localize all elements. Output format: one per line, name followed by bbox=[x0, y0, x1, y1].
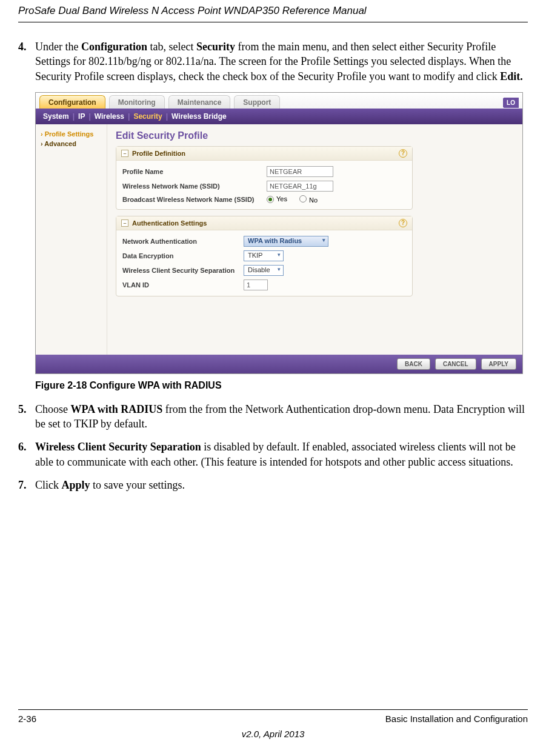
step-4-number: 4. bbox=[18, 39, 35, 84]
page-number: 2-36 bbox=[18, 714, 36, 724]
text-bold: Apply bbox=[62, 479, 90, 491]
figure-caption: Figure 2-18 Configure WPA with RADIUS bbox=[35, 380, 528, 391]
row-client-security-separation: Wireless Client Security Separation Disa… bbox=[122, 263, 406, 278]
radio-no-icon bbox=[299, 195, 307, 202]
row-data-encryption: Data Encryption TKIP bbox=[122, 249, 406, 263]
page-footer: 2-36 Basic Installation and Configuratio… bbox=[18, 709, 528, 739]
input-profile-name[interactable] bbox=[267, 166, 333, 177]
nav-sep: | bbox=[166, 112, 168, 121]
row-ssid: Wireless Network Name (SSID) bbox=[122, 179, 406, 193]
select-client-security-separation[interactable]: Disable bbox=[244, 265, 284, 276]
label-vlan-id: VLAN ID bbox=[122, 281, 244, 289]
figure-2-18: Configuration Monitoring Maintenance Sup… bbox=[35, 92, 528, 391]
collapse-icon[interactable]: – bbox=[121, 219, 128, 227]
radio-yes-wrap[interactable]: Yes bbox=[267, 195, 287, 203]
label-network-authentication: Network Authentication bbox=[122, 238, 244, 245]
box-title: Profile Definition bbox=[132, 150, 185, 157]
authentication-settings-box: – Authentication Settings ? Network Auth… bbox=[116, 216, 413, 296]
left-sidebar: › Profile Settings › Advanced bbox=[36, 124, 107, 355]
nav-wireless-bridge[interactable]: Wireless Bridge bbox=[171, 112, 227, 121]
back-button[interactable]: BACK bbox=[397, 358, 430, 370]
step-4: 4. Under the Configuration tab, select S… bbox=[18, 39, 528, 84]
input-ssid[interactable] bbox=[267, 181, 333, 192]
radio-yes-label: Yes bbox=[276, 195, 287, 202]
nav-sep: | bbox=[128, 112, 130, 121]
text: to save your settings. bbox=[90, 479, 185, 491]
text-bold: WPA with RADIUS bbox=[71, 403, 163, 415]
sub-nav: System | IP | Wireless | Security | Wire… bbox=[36, 109, 522, 124]
step-7: 7. Click Apply to save your settings. bbox=[18, 478, 528, 492]
step-7-body: Click Apply to save your settings. bbox=[35, 478, 528, 492]
sidebar-item-profile-settings[interactable]: › Profile Settings bbox=[39, 129, 103, 139]
profile-definition-box: – Profile Definition ? Profile Name Wire… bbox=[116, 146, 413, 210]
box-title: Authentication Settings bbox=[132, 219, 207, 227]
screenshot-edit-security-profile: Configuration Monitoring Maintenance Sup… bbox=[35, 92, 523, 374]
text-bold: Wireless Client Security Separation bbox=[35, 441, 201, 453]
label-data-encryption: Data Encryption bbox=[122, 252, 244, 259]
collapse-icon[interactable]: – bbox=[121, 150, 128, 157]
nav-security[interactable]: Security bbox=[133, 112, 162, 121]
row-profile-name: Profile Name bbox=[122, 164, 406, 179]
cancel-button[interactable]: CANCEL bbox=[435, 358, 476, 370]
row-vlan-id: VLAN ID bbox=[122, 278, 406, 292]
step-4-body: Under the Configuration tab, select Secu… bbox=[35, 39, 528, 84]
profile-definition-header: – Profile Definition ? bbox=[116, 147, 412, 161]
tab-configuration[interactable]: Configuration bbox=[39, 95, 105, 109]
step-7-number: 7. bbox=[18, 478, 35, 492]
tab-monitoring[interactable]: Monitoring bbox=[109, 95, 165, 109]
text: Under the bbox=[35, 41, 81, 53]
step-6-body: Wireless Client Security Separation is d… bbox=[35, 440, 528, 469]
row-broadcast-ssid: Broadcast Wireless Network Name (SSID) Y… bbox=[122, 193, 406, 206]
nav-sep: | bbox=[73, 112, 75, 121]
step-5-number: 5. bbox=[18, 402, 35, 432]
step-6: 6. Wireless Client Security Separation i… bbox=[18, 440, 528, 469]
text: Choose bbox=[35, 403, 71, 415]
text-bold: Edit. bbox=[500, 70, 523, 82]
main-panel: Edit Security Profile – Profile Definiti… bbox=[107, 124, 522, 355]
select-network-authentication[interactable]: WPA with Radius bbox=[244, 236, 328, 247]
label-client-security-separation: Wireless Client Security Separation bbox=[122, 267, 244, 274]
logout-button[interactable]: LO bbox=[502, 97, 519, 109]
nav-wireless[interactable]: Wireless bbox=[95, 112, 124, 121]
sidebar-item-advanced[interactable]: › Advanced bbox=[39, 139, 103, 149]
label-broadcast-ssid: Broadcast Wireless Network Name (SSID) bbox=[122, 196, 267, 203]
nav-system[interactable]: System bbox=[43, 112, 69, 121]
text-bold: Configuration bbox=[81, 41, 147, 53]
text-bold: Security bbox=[196, 41, 235, 53]
authentication-settings-header: – Authentication Settings ? bbox=[116, 216, 412, 230]
document-header: ProSafe Dual Band Wireless N Access Poin… bbox=[18, 0, 528, 22]
text: Click bbox=[35, 479, 62, 491]
nav-ip[interactable]: IP bbox=[78, 112, 85, 121]
nav-sep: | bbox=[88, 112, 90, 121]
action-bar: BACK CANCEL APPLY bbox=[36, 355, 522, 373]
help-icon[interactable]: ? bbox=[399, 149, 407, 158]
radio-no-wrap[interactable]: No bbox=[299, 195, 318, 204]
row-network-authentication: Network Authentication WPA with Radius bbox=[122, 234, 406, 249]
top-tab-row: Configuration Monitoring Maintenance Sup… bbox=[36, 93, 522, 109]
panel-title: Edit Security Profile bbox=[116, 130, 514, 141]
radio-yes-icon bbox=[267, 196, 274, 203]
help-icon[interactable]: ? bbox=[399, 219, 407, 227]
label-ssid: Wireless Network Name (SSID) bbox=[122, 182, 267, 190]
input-vlan-id[interactable] bbox=[244, 279, 268, 290]
select-data-encryption[interactable]: TKIP bbox=[244, 250, 284, 261]
tab-support[interactable]: Support bbox=[234, 95, 280, 109]
tab-maintenance[interactable]: Maintenance bbox=[168, 95, 231, 109]
section-name: Basic Installation and Configuration bbox=[385, 714, 528, 724]
radio-no-label: No bbox=[309, 196, 318, 204]
step-6-number: 6. bbox=[18, 440, 35, 469]
apply-button[interactable]: APPLY bbox=[481, 358, 516, 370]
step-5-body: Choose WPA with RADIUS from the from the… bbox=[35, 402, 528, 432]
label-profile-name: Profile Name bbox=[122, 168, 267, 175]
version-line: v2.0, April 2013 bbox=[18, 729, 528, 739]
step-5: 5. Choose WPA with RADIUS from the from … bbox=[18, 402, 528, 432]
text: tab, select bbox=[147, 41, 196, 53]
